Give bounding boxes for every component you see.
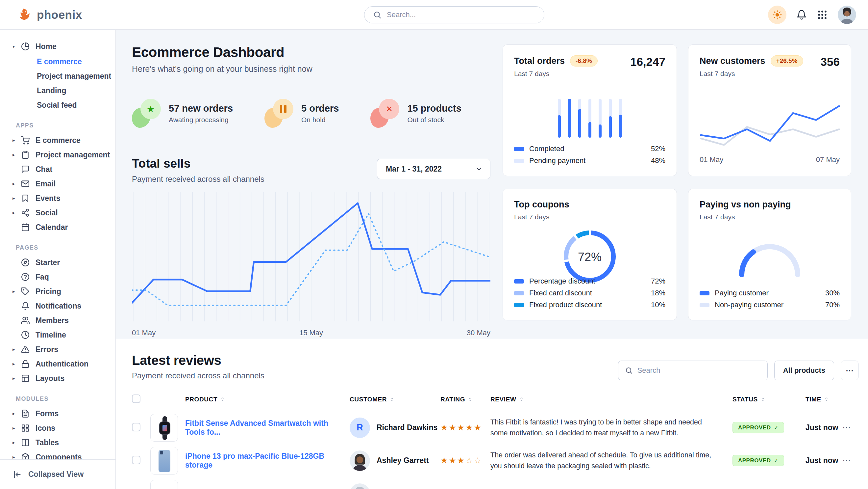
sort-icon[interactable] bbox=[390, 397, 394, 402]
sidebar-item-email[interactable]: ▸Email bbox=[0, 176, 112, 191]
sidebar-item-home[interactable]: ▾Home bbox=[0, 39, 112, 54]
navbar-actions bbox=[768, 6, 856, 24]
apps-grid-icon bbox=[817, 9, 828, 21]
sun-icon bbox=[772, 10, 782, 20]
bell-icon bbox=[21, 301, 35, 310]
row-menu-button[interactable]: ⋯ bbox=[842, 423, 851, 432]
sidebar-item-e-commerce[interactable]: ▸E commerce bbox=[0, 133, 112, 147]
kpi-cards-grid: Total orders -6.8% Last 7 days 16,247 Co… bbox=[503, 45, 852, 339]
page-subtitle: Here's what's going on at your business … bbox=[132, 64, 490, 74]
legend-item: Paying customer30% bbox=[700, 287, 840, 299]
sort-icon[interactable] bbox=[824, 397, 829, 402]
column-header-status[interactable]: STATUS bbox=[733, 396, 806, 403]
tag-icon bbox=[21, 287, 35, 296]
sidebar-item-calendar[interactable]: Calendar bbox=[0, 220, 112, 234]
sidebar-item-authentication[interactable]: ▸Authentication bbox=[0, 356, 112, 371]
calendar-icon bbox=[21, 223, 35, 231]
sidebar-item-landing[interactable]: Landing bbox=[0, 83, 112, 98]
sidebar-item-project-management[interactable]: Project management bbox=[0, 69, 112, 83]
top-navbar: phoenix bbox=[0, 0, 868, 30]
sidebar-item-errors[interactable]: ▸Errors bbox=[0, 342, 112, 356]
new-customers-card: New customers +26.5% Last 7 days 356 01 … bbox=[688, 45, 851, 176]
row-checkbox[interactable] bbox=[132, 456, 141, 464]
sidebar-item-faq[interactable]: Faq bbox=[0, 270, 112, 284]
sort-icon[interactable] bbox=[761, 397, 765, 402]
column-header-product[interactable]: PRODUCT bbox=[185, 396, 350, 403]
caret-right-icon: ▸ bbox=[12, 411, 21, 416]
product-thumbnail[interactable] bbox=[150, 447, 178, 474]
sidebar-item-notifications[interactable]: Notifications bbox=[0, 299, 112, 313]
phoenix-logo-icon bbox=[17, 7, 32, 22]
column-header-review[interactable]: REVIEW bbox=[490, 396, 733, 403]
x-label: 07 May bbox=[816, 155, 840, 164]
compass-icon bbox=[21, 258, 35, 267]
x-label: 30 May bbox=[467, 328, 490, 337]
caret-right-icon: ▸ bbox=[12, 152, 21, 158]
product-link[interactable]: iPhone 13 pro max-Pacific Blue-128GB sto… bbox=[185, 452, 324, 469]
sidebar-item-components[interactable]: ▸Components bbox=[0, 450, 112, 459]
apps-menu-button[interactable] bbox=[817, 9, 828, 21]
sidebar-item-tables[interactable]: ▸Tables bbox=[0, 435, 112, 450]
more-options-button[interactable]: ⋯ bbox=[841, 361, 859, 380]
columns-icon bbox=[21, 438, 35, 447]
notifications-button[interactable] bbox=[796, 9, 807, 20]
trend-badge: -6.8% bbox=[570, 55, 598, 66]
column-header-customer[interactable]: CUSTOMER bbox=[350, 396, 440, 403]
all-products-button[interactable]: All products bbox=[774, 361, 834, 380]
total-sells-title: Total sells bbox=[132, 157, 265, 171]
shopping-cart-icon bbox=[21, 136, 35, 145]
legend-label: Fixed card discount bbox=[529, 289, 592, 297]
sidebar-item-chat[interactable]: Chat bbox=[0, 162, 112, 176]
user-avatar[interactable] bbox=[838, 6, 856, 24]
sidebar-item-icons[interactable]: ▸Icons bbox=[0, 421, 112, 435]
product-thumbnail[interactable] bbox=[150, 480, 178, 489]
row-checkbox[interactable] bbox=[132, 423, 141, 431]
sidebar-item-e-commerce[interactable]: E commerce bbox=[0, 54, 112, 69]
sidebar-item-starter[interactable]: Starter bbox=[0, 255, 112, 270]
reviews-search-input[interactable] bbox=[638, 366, 761, 375]
caret-right-icon: ▸ bbox=[12, 195, 21, 201]
sidebar-item-timeline[interactable]: Timeline bbox=[0, 328, 112, 342]
sort-icon[interactable] bbox=[220, 397, 225, 402]
date-range-select[interactable]: Mar 1 - 31, 2022 bbox=[377, 159, 490, 179]
column-header-time[interactable]: TIME bbox=[806, 396, 842, 403]
customer-name: Ashley Garrett bbox=[377, 456, 429, 465]
legend-value: 48% bbox=[651, 156, 665, 165]
product-link[interactable]: Fitbit Sense Advanced Smartwatch with To… bbox=[185, 419, 328, 436]
sidebar-item-social[interactable]: ▸Social bbox=[0, 205, 112, 220]
select-all-checkbox[interactable] bbox=[132, 395, 141, 403]
top-coupons-legend: Percentage discount72%Fixed card discoun… bbox=[514, 275, 665, 311]
rating-stars: ★★★☆☆ bbox=[440, 456, 482, 465]
sort-icon[interactable] bbox=[468, 397, 473, 402]
total-orders-chart bbox=[514, 99, 665, 138]
review-time: Just now bbox=[806, 423, 842, 432]
global-search[interactable] bbox=[364, 6, 544, 23]
phoenix-logo[interactable]: phoenix bbox=[17, 7, 82, 22]
legend-swatch bbox=[700, 291, 710, 295]
theme-toggle-button[interactable] bbox=[768, 6, 786, 24]
caret-right-icon: ▸ bbox=[12, 361, 21, 367]
column-header-rating[interactable]: RATING bbox=[440, 396, 490, 403]
row-menu-button[interactable]: ⋯ bbox=[842, 455, 851, 465]
customer-avatar: R bbox=[350, 418, 370, 438]
global-search-input[interactable] bbox=[387, 10, 535, 19]
sidebar-item-layouts[interactable]: ▸Layouts bbox=[0, 371, 112, 385]
sidebar-item-events[interactable]: ▸Events bbox=[0, 191, 112, 205]
sidebar-item-pricing[interactable]: ▸Pricing bbox=[0, 284, 112, 299]
sidebar-item-members[interactable]: Members bbox=[0, 313, 112, 328]
collapse-sidebar-button[interactable]: Collapsed View bbox=[0, 459, 116, 489]
sidebar-item-social-feed[interactable]: Social feed bbox=[0, 98, 112, 112]
legend-value: 10% bbox=[651, 300, 665, 309]
bell-icon bbox=[796, 9, 807, 20]
pause-icon bbox=[265, 99, 293, 128]
sidebar: ▾HomeE commerceProject managementLanding… bbox=[0, 30, 116, 489]
bookmark-icon bbox=[21, 194, 35, 203]
dashboard-left-column: Ecommerce Dashboard Here's what's going … bbox=[132, 30, 490, 339]
reviews-search[interactable] bbox=[618, 361, 768, 380]
sidebar-item-forms[interactable]: ▸Forms bbox=[0, 406, 112, 421]
legend-swatch bbox=[700, 303, 710, 307]
sidebar-item-project-management[interactable]: ▸Project management bbox=[0, 147, 112, 162]
product-thumbnail[interactable] bbox=[150, 414, 178, 441]
sort-icon[interactable] bbox=[519, 397, 524, 402]
users-icon bbox=[21, 316, 35, 325]
